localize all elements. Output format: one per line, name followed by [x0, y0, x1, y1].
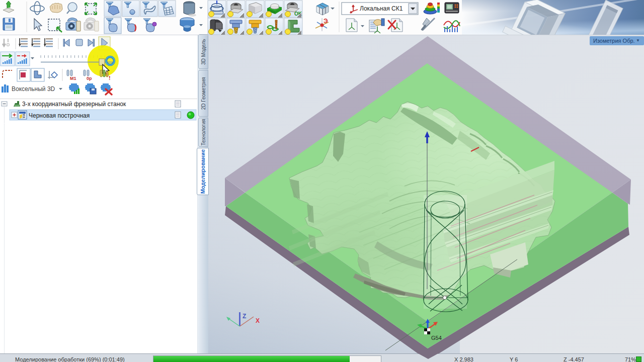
svg-text:0p: 0p: [87, 76, 92, 81]
svg-text:G54: G54: [431, 335, 442, 341]
svg-text:Локальная СК1: Локальная СК1: [360, 5, 403, 12]
svg-text:Воксельный 3D: Воксельный 3D: [12, 85, 55, 93]
svg-text:Э: Э: [324, 18, 328, 25]
svg-text:Z: Z: [243, 313, 246, 320]
svg-text:!: !: [109, 75, 111, 81]
svg-text:3-х координатный фрезерный ста: 3-х координатный фрезерный станок: [22, 101, 126, 108]
svg-text:Черновая построчная: Черновая построчная: [29, 112, 90, 119]
svg-text:M1: M1: [70, 76, 76, 81]
svg-text:X: X: [256, 317, 260, 324]
